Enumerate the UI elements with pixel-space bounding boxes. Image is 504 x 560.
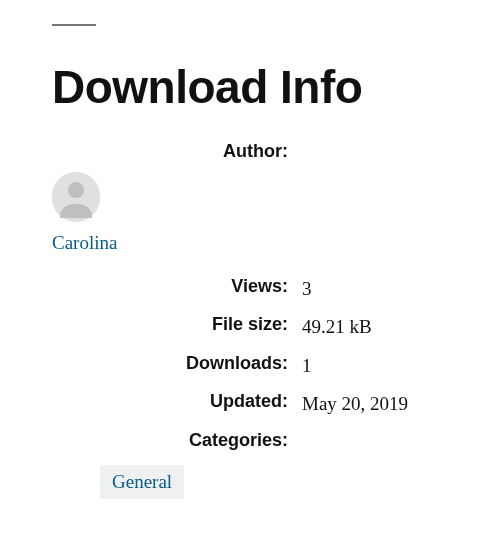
person-icon [52, 172, 100, 224]
author-block: Carolina [52, 174, 452, 254]
categories-block: General [100, 465, 452, 499]
views-label: Views: [52, 276, 302, 297]
author-link[interactable]: Carolina [52, 232, 117, 253]
author-row: Author: [52, 141, 452, 162]
avatar [52, 174, 100, 222]
svg-point-1 [68, 182, 84, 198]
downloads-value: 1 [302, 353, 312, 380]
author-label: Author: [52, 141, 302, 162]
updated-label: Updated: [52, 391, 302, 412]
page-title: Download Info [52, 62, 452, 113]
views-value: 3 [302, 276, 312, 303]
categories-label: Categories: [52, 430, 302, 451]
file-size-row: File size: 49.21 kB [52, 314, 452, 341]
category-tag[interactable]: General [100, 465, 184, 499]
downloads-label: Downloads: [52, 353, 302, 374]
updated-row: Updated: May 20, 2019 [52, 391, 452, 418]
file-size-label: File size: [52, 314, 302, 335]
categories-row: Categories: [52, 430, 452, 451]
heading-rule [52, 24, 96, 26]
updated-value: May 20, 2019 [302, 391, 408, 418]
file-size-value: 49.21 kB [302, 314, 372, 341]
downloads-row: Downloads: 1 [52, 353, 452, 380]
views-row: Views: 3 [52, 276, 452, 303]
